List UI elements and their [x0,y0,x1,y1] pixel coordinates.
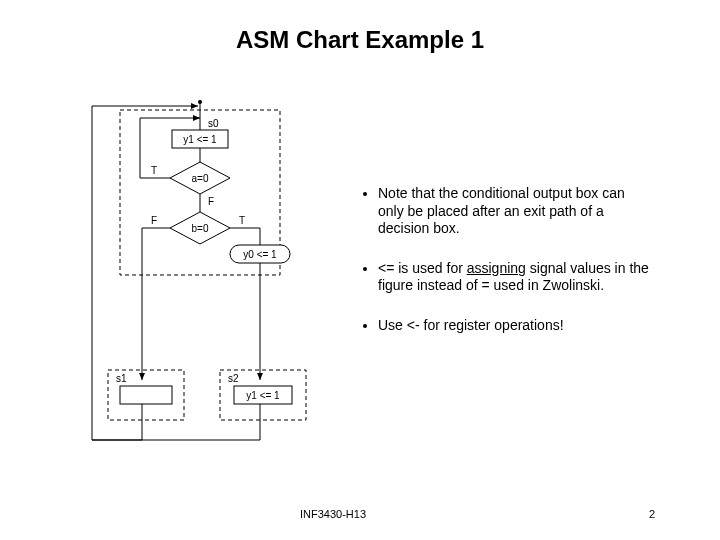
cond-output-text: y0 <= 1 [243,249,277,260]
svg-point-2 [198,100,202,104]
state-s2-text: y1 <= 1 [246,390,280,401]
bullet-3: Use <- for register operations! [378,317,650,335]
label-s0: s0 [208,118,219,129]
svg-marker-9 [193,115,200,121]
svg-rect-21 [120,386,172,404]
asm-diagram: s0 y1 <= 1 a=0 T F b=0 F T y0 <= 1 s1 s2… [80,100,320,470]
edge-b-F: F [151,215,157,226]
svg-marker-19 [257,373,263,380]
footer-page: 2 [649,508,655,520]
svg-marker-14 [139,373,145,380]
label-s2: s2 [228,373,239,384]
label-s1: s1 [116,373,127,384]
decision-b-text: b=0 [192,223,209,234]
edge-b-T: T [239,215,245,226]
footer-code: INF3430-H13 [300,508,366,520]
slide-title: ASM Chart Example 1 [0,26,720,54]
state-s0-text: y1 <= 1 [183,134,217,145]
edge-a-F: F [208,196,214,207]
notes-bullets: Note that the conditional output box can… [360,185,650,356]
svg-marker-30 [191,103,198,109]
decision-a-text: a=0 [192,173,209,184]
bullet-2: <= is used for assigning signal values i… [378,260,650,295]
bullet-1: Note that the conditional output box can… [378,185,650,238]
edge-a-T: T [151,165,157,176]
